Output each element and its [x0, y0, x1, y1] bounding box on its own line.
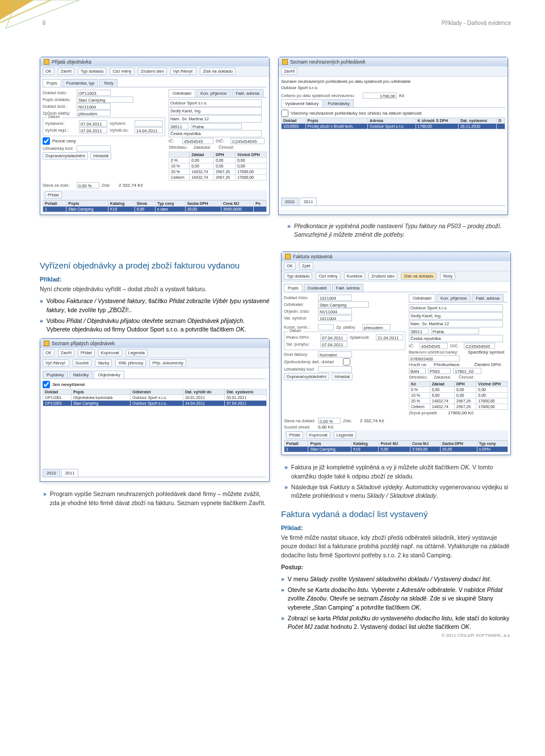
tab-poznamka[interactable]: Poznámka, typ: [62, 79, 99, 87]
odb-city[interactable]: Praha: [191, 123, 242, 129]
tab-objednavky[interactable]: Objednávky: [94, 371, 124, 379]
close-button[interactable]: Zavřít: [58, 68, 74, 75]
table-row[interactable]: 1Stan CampingK100,00s daní20,003560,0000: [43, 207, 267, 212]
tab-nabidky[interactable]: Nabídky: [69, 371, 93, 379]
doprava-button[interactable]: Doprava/vyskladnění: [284, 373, 329, 380]
table-row[interactable]: OP11003Stan CampingOutdoor Sport s.r.o.1…: [43, 401, 267, 406]
legenda-button[interactable]: Legenda: [334, 431, 356, 439]
zisk-button[interactable]: Zisk na dokladu: [401, 272, 437, 280]
vazby-button[interactable]: Vazby: [95, 359, 112, 367]
xml-button[interactable]: XML přenosy: [115, 359, 146, 367]
tab-dodavatel[interactable]: Dodavatel: [304, 284, 331, 292]
prip-dok-button[interactable]: Příp. dokumenty: [149, 359, 186, 367]
sleva-input[interactable]: 0,00 %: [318, 418, 341, 424]
year-2010-tab[interactable]: 2010: [281, 198, 299, 205]
odb-zip[interactable]: 38511: [409, 328, 429, 334]
doprava-button[interactable]: Doprava/vyskladnění: [43, 152, 88, 159]
tab-pohledavky[interactable]: Pohledávky: [324, 99, 354, 107]
pevne-ceny-checkbox[interactable]: [43, 137, 50, 145]
ok-button[interactable]: OK: [43, 349, 54, 356]
banka-input[interactable]: 67890/2400: [409, 355, 460, 362]
kopirovat-button[interactable]: Kopírovat: [98, 349, 122, 356]
zruseni-slev-button[interactable]: Zrušení slev: [368, 272, 397, 280]
ic-input[interactable]: 45454545: [182, 138, 213, 144]
vsechny-checkbox[interactable]: [281, 110, 288, 117]
typ-dokladu-button[interactable]: Typ dokladu: [284, 272, 312, 280]
cizi-meny-button[interactable]: Cizí měny: [316, 272, 340, 280]
odb-city[interactable]: Praha: [431, 328, 479, 334]
tab-odberatel[interactable]: Odběratel: [169, 89, 195, 97]
kopirovat-button[interactable]: Kopírovat: [307, 431, 330, 439]
zpusob-input[interactable]: převodem: [77, 110, 111, 116]
vyrizeni-input[interactable]: [135, 120, 163, 127]
zjedn-checkbox[interactable]: [343, 358, 350, 366]
tab-popis[interactable]: Popis: [43, 79, 61, 87]
tab-fakt-a[interactable]: Fakt. adresa: [472, 294, 504, 302]
legenda-button[interactable]: Legenda: [125, 349, 148, 356]
close-button[interactable]: Zavřít: [58, 349, 74, 356]
doklad-dosl-input[interactable]: NV11004: [77, 103, 111, 110]
zisk-button[interactable]: Zisk na dokladu: [200, 68, 236, 75]
ok-button[interactable]: OK: [43, 68, 54, 75]
cleneni-input[interactable]: 17801_02: [453, 368, 481, 374]
odb-country[interactable]: Česká republika: [409, 335, 503, 342]
dic-input[interactable]: CZ45454545: [230, 138, 265, 144]
tab-odberatel[interactable]: Odběratel: [409, 294, 435, 302]
intrastat-button[interactable]: Intrastat: [90, 152, 111, 159]
vyridit-do-input[interactable]: 14.04.2011: [135, 127, 163, 133]
hradit-input[interactable]: P503: [428, 368, 451, 374]
texty-button[interactable]: Texty: [440, 272, 456, 280]
doklad-input[interactable]: 1011004: [318, 295, 352, 301]
intrastat-button[interactable]: Intrastat: [332, 373, 353, 380]
obj-input[interactable]: NV11004: [318, 308, 352, 314]
jen-nevyrizene-checkbox[interactable]: [43, 381, 50, 388]
vyridit-nejd-input[interactable]: 07.04.2011: [79, 127, 107, 133]
tab-vystavene[interactable]: Vystavené faktury: [281, 99, 322, 107]
year-2011[interactable]: 2011: [61, 469, 79, 477]
zruseni-slev-button[interactable]: Zrušení slev: [138, 68, 167, 75]
zp-input[interactable]: převodem: [362, 324, 391, 330]
soucet-button[interactable]: Součet: [73, 359, 91, 367]
ok-button[interactable]: OK: [284, 262, 296, 270]
typ-dokladu-button[interactable]: Typ dokladu: [78, 68, 106, 75]
vyr-button[interactable]: Vyř./Nevyř.: [43, 359, 69, 367]
pridat-button[interactable]: Přidat: [286, 431, 303, 439]
odbf-input[interactable]: Stan Camping: [318, 301, 369, 308]
druh-input[interactable]: Normální: [318, 351, 352, 358]
vyr-button[interactable]: Vyř./Nevyř.: [170, 68, 197, 75]
pridat-button[interactable]: Přidat: [78, 349, 95, 356]
pridat-item-button[interactable]: Přidat: [45, 191, 62, 199]
tab-poptavky[interactable]: Poptávky: [43, 371, 68, 379]
tab-kon-p[interactable]: Kon. příjemce: [437, 294, 471, 302]
close-button[interactable]: Zavřít: [281, 68, 297, 75]
table-row[interactable]: OP11001Objednávka tuzemskáOutdoor Sport …: [43, 395, 267, 401]
back-button[interactable]: Zpět: [299, 262, 313, 270]
vystaveni-input[interactable]: 07.04.2011: [79, 120, 107, 127]
var-input[interactable]: 1011004: [318, 315, 352, 321]
uziv-input[interactable]: [318, 366, 352, 372]
tab-fakt-adresa[interactable]: Fakt. adresa: [332, 284, 364, 292]
year-2011-tab[interactable]: 2011: [300, 198, 317, 205]
korekce-button[interactable]: Korekce: [344, 272, 366, 280]
table-row[interactable]: 1Stan CampingK105,003 560,0020,00s DPH: [284, 447, 508, 452]
tab-fakt-adresa[interactable]: Fakt. adresa: [232, 89, 263, 97]
odb-name[interactable]: Outdoor Sport s.r.o.: [169, 99, 262, 107]
year-2010[interactable]: 2010: [43, 469, 60, 477]
cizi-meny-button[interactable]: Cizí měny: [110, 68, 134, 75]
hban-input[interactable]: BAN: [409, 368, 426, 374]
popis-input[interactable]: Stan Camping: [77, 96, 133, 103]
uziv-kod-input[interactable]: [77, 145, 111, 152]
skl-input[interactable]: 07.04.2011: [320, 341, 347, 347]
doklad-cislo-input[interactable]: OP11003: [77, 90, 111, 96]
odb-name[interactable]: Outdoor Sport s.r.o.: [409, 304, 503, 312]
splat-input[interactable]: 21.04.2011: [376, 334, 403, 341]
tab-kon-prijemce[interactable]: Kon. příjemce: [196, 89, 230, 97]
odb-person[interactable]: Sedlý Karel, Ing.: [409, 312, 503, 320]
plneni-input[interactable]: 07.04.2011: [320, 334, 347, 341]
konst-input[interactable]: [318, 324, 334, 330]
dic-input[interactable]: CZ45454545: [464, 343, 495, 349]
odb-addr[interactable]: Nám. Sv. Martina 12: [409, 320, 503, 327]
ic-input[interactable]: 45454545: [420, 343, 448, 349]
odb-addr[interactable]: Nám. Sv. Martina 12: [169, 115, 262, 123]
sleva-input[interactable]: 0,00 %: [77, 182, 99, 188]
